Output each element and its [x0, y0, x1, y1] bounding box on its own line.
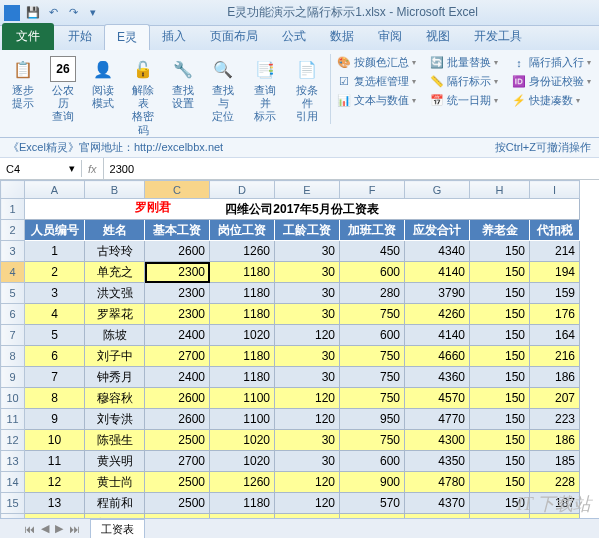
- cell-r15-c6[interactable]: 4370: [405, 493, 470, 514]
- select-all-corner[interactable]: [1, 181, 25, 199]
- row-header-15[interactable]: 15: [1, 493, 25, 514]
- cell-r5-c8[interactable]: 159: [530, 283, 580, 304]
- cell-r14-c6[interactable]: 4780: [405, 472, 470, 493]
- ribbon-small-2-1[interactable]: 🆔身份证校验 ▾: [510, 73, 593, 90]
- cell-r9-c4[interactable]: 30: [275, 367, 340, 388]
- cell-r10-c2[interactable]: 2600: [145, 388, 210, 409]
- cell-r5-c4[interactable]: 30: [275, 283, 340, 304]
- cell-r11-c1[interactable]: 刘专洪: [85, 409, 145, 430]
- cell-r12-c3[interactable]: 1020: [210, 430, 275, 451]
- cell-r15-c7[interactable]: 150: [470, 493, 530, 514]
- col-header-B[interactable]: B: [85, 181, 145, 199]
- sheet-nav-first-icon[interactable]: ⏮: [24, 523, 35, 535]
- cell-r5-c2[interactable]: 2300: [145, 283, 210, 304]
- col-header-E[interactable]: E: [275, 181, 340, 199]
- cell-r5-c7[interactable]: 150: [470, 283, 530, 304]
- cell-r12-c0[interactable]: 10: [25, 430, 85, 451]
- cell-r9-c2[interactable]: 2400: [145, 367, 210, 388]
- qat-dropdown-icon[interactable]: ▾: [84, 4, 102, 22]
- cell-r10-c3[interactable]: 1100: [210, 388, 275, 409]
- cell-r8-c2[interactable]: 2700: [145, 346, 210, 367]
- cell-r12-c5[interactable]: 750: [340, 430, 405, 451]
- cell-r12-c4[interactable]: 30: [275, 430, 340, 451]
- cell-r3-c1[interactable]: 古玲玲: [85, 241, 145, 262]
- cell-r8-c4[interactable]: 30: [275, 346, 340, 367]
- header-cell-5[interactable]: 加班工资: [340, 220, 405, 241]
- cell-r15-c1[interactable]: 程前和: [85, 493, 145, 514]
- cell-r11-c8[interactable]: 223: [530, 409, 580, 430]
- cell-r11-c6[interactable]: 4770: [405, 409, 470, 430]
- cell-r10-c1[interactable]: 穆容秋: [85, 388, 145, 409]
- cell-r8-c3[interactable]: 1180: [210, 346, 275, 367]
- cell-r15-c4[interactable]: 120: [275, 493, 340, 514]
- cell-r12-c8[interactable]: 186: [530, 430, 580, 451]
- cell-r7-c5[interactable]: 600: [340, 325, 405, 346]
- cell-r13-c1[interactable]: 黄兴明: [85, 451, 145, 472]
- cell-r3-c8[interactable]: 214: [530, 241, 580, 262]
- tab-3[interactable]: 页面布局: [198, 24, 270, 50]
- cell-r10-c6[interactable]: 4570: [405, 388, 470, 409]
- redo-icon[interactable]: ↷: [64, 4, 82, 22]
- cell-r14-c4[interactable]: 120: [275, 472, 340, 493]
- row-header-8[interactable]: 8: [1, 346, 25, 367]
- cell-r6-c7[interactable]: 150: [470, 304, 530, 325]
- title-cell[interactable]: 四维公司2017年5月份工资表: [25, 199, 580, 220]
- cell-r11-c3[interactable]: 1100: [210, 409, 275, 430]
- cell-r5-c3[interactable]: 1180: [210, 283, 275, 304]
- ribbon-btn-5[interactable]: 🔍查找与 定位: [204, 54, 242, 126]
- cell-r12-c1[interactable]: 陈强生: [85, 430, 145, 451]
- row-header-13[interactable]: 13: [1, 451, 25, 472]
- row-header-7[interactable]: 7: [1, 325, 25, 346]
- tab-file[interactable]: 文件: [2, 23, 54, 50]
- tab-2[interactable]: 插入: [150, 24, 198, 50]
- cell-r7-c1[interactable]: 陈坡: [85, 325, 145, 346]
- cell-r7-c0[interactable]: 5: [25, 325, 85, 346]
- cell-r13-c8[interactable]: 185: [530, 451, 580, 472]
- cell-r11-c5[interactable]: 950: [340, 409, 405, 430]
- cell-r13-c3[interactable]: 1020: [210, 451, 275, 472]
- ribbon-btn-3[interactable]: 🔓解除表 格密码: [124, 54, 162, 139]
- header-cell-4[interactable]: 工龄工资: [275, 220, 340, 241]
- cell-r15-c2[interactable]: 2500: [145, 493, 210, 514]
- cell-r14-c2[interactable]: 2500: [145, 472, 210, 493]
- header-cell-1[interactable]: 姓名: [85, 220, 145, 241]
- cell-r11-c4[interactable]: 120: [275, 409, 340, 430]
- sheet-nav-prev-icon[interactable]: ◀: [41, 522, 49, 535]
- ribbon-small-1-2[interactable]: 📅统一日期 ▾: [428, 92, 500, 109]
- cell-r14-c0[interactable]: 12: [25, 472, 85, 493]
- cell-r15-c3[interactable]: 1180: [210, 493, 275, 514]
- cell-r10-c4[interactable]: 120: [275, 388, 340, 409]
- cell-r13-c7[interactable]: 150: [470, 451, 530, 472]
- undo-icon[interactable]: ↶: [44, 4, 62, 22]
- ribbon-small-1-0[interactable]: 🔄批量替换 ▾: [428, 54, 500, 71]
- cell-r14-c1[interactable]: 黄士尚: [85, 472, 145, 493]
- row-header-9[interactable]: 9: [1, 367, 25, 388]
- cell-r3-c0[interactable]: 1: [25, 241, 85, 262]
- cell-r6-c2[interactable]: 2300: [145, 304, 210, 325]
- cell-r9-c3[interactable]: 1180: [210, 367, 275, 388]
- cell-r4-c5[interactable]: 600: [340, 262, 405, 283]
- formula-input[interactable]: [104, 161, 599, 177]
- col-header-C[interactable]: C: [145, 181, 210, 199]
- col-header-G[interactable]: G: [405, 181, 470, 199]
- cell-r12-c2[interactable]: 2500: [145, 430, 210, 451]
- cell-r5-c0[interactable]: 3: [25, 283, 85, 304]
- tab-1[interactable]: E灵: [104, 24, 150, 50]
- ribbon-btn-7[interactable]: 📄按条件 引用: [288, 54, 326, 126]
- cell-r5-c5[interactable]: 280: [340, 283, 405, 304]
- tab-5[interactable]: 数据: [318, 24, 366, 50]
- cell-r8-c7[interactable]: 150: [470, 346, 530, 367]
- header-cell-0[interactable]: 人员编号: [25, 220, 85, 241]
- ribbon-btn-1[interactable]: 26公农历 查询: [44, 54, 82, 126]
- cell-r4-c7[interactable]: 150: [470, 262, 530, 283]
- tab-8[interactable]: 开发工具: [462, 24, 534, 50]
- cell-r4-c6[interactable]: 4140: [405, 262, 470, 283]
- col-header-A[interactable]: A: [25, 181, 85, 199]
- cell-r6-c1[interactable]: 罗翠花: [85, 304, 145, 325]
- cell-r3-c5[interactable]: 450: [340, 241, 405, 262]
- cell-r8-c1[interactable]: 刘子中: [85, 346, 145, 367]
- cell-r8-c8[interactable]: 216: [530, 346, 580, 367]
- cell-r7-c4[interactable]: 120: [275, 325, 340, 346]
- cell-r3-c7[interactable]: 150: [470, 241, 530, 262]
- cell-r3-c6[interactable]: 4340: [405, 241, 470, 262]
